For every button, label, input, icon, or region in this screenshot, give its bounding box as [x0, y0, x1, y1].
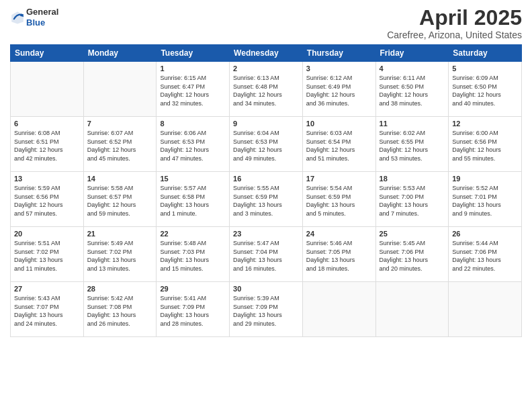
day-number: 2 [233, 64, 299, 73]
logo-text: General Blue [26, 7, 58, 28]
logo: General Blue [10, 7, 58, 28]
day-number: 14 [87, 175, 153, 183]
table-row: 1Sunrise: 6:15 AMSunset: 6:47 PMDaylight… [157, 62, 230, 117]
day-number: 7 [87, 120, 153, 128]
table-row: 22Sunrise: 5:48 AMSunset: 7:03 PMDayligh… [157, 227, 230, 282]
table-row: 12Sunrise: 6:00 AMSunset: 6:56 PMDayligh… [449, 117, 522, 172]
day-info: Sunrise: 6:07 AMSunset: 6:52 PMDaylight:… [87, 129, 153, 163]
table-row: 5Sunrise: 6:09 AMSunset: 6:50 PMDaylight… [449, 62, 522, 117]
day-info: Sunrise: 5:57 AMSunset: 6:58 PMDaylight:… [160, 184, 226, 218]
day-info: Sunrise: 5:43 AMSunset: 7:07 PMDaylight:… [14, 294, 80, 328]
day-number: 21 [87, 230, 153, 238]
day-number: 16 [233, 175, 299, 183]
calendar-page: General Blue April 2025 Carefree, Arizon… [0, 0, 532, 411]
day-info: Sunrise: 5:55 AMSunset: 6:59 PMDaylight:… [233, 184, 299, 218]
day-info: Sunrise: 5:48 AMSunset: 7:03 PMDaylight:… [160, 239, 226, 273]
day-number: 20 [14, 230, 80, 238]
calendar-week-row: 27Sunrise: 5:43 AMSunset: 7:07 PMDayligh… [11, 282, 522, 337]
calendar-subtitle: Carefree, Arizona, United States [387, 30, 522, 40]
table-row: 10Sunrise: 6:03 AMSunset: 6:54 PMDayligh… [302, 117, 375, 172]
day-info: Sunrise: 5:54 AMSunset: 6:59 PMDaylight:… [306, 184, 372, 218]
col-saturday: Saturday [449, 45, 522, 62]
table-row: 3Sunrise: 6:12 AMSunset: 6:49 PMDaylight… [302, 62, 375, 117]
day-info: Sunrise: 6:08 AMSunset: 6:51 PMDaylight:… [14, 129, 80, 163]
table-row [302, 282, 375, 337]
day-info: Sunrise: 6:06 AMSunset: 6:53 PMDaylight:… [160, 129, 226, 163]
day-number: 5 [452, 64, 518, 73]
day-info: Sunrise: 5:47 AMSunset: 7:04 PMDaylight:… [233, 239, 299, 273]
table-row: 24Sunrise: 5:46 AMSunset: 7:05 PMDayligh… [302, 227, 375, 282]
calendar-week-row: 6Sunrise: 6:08 AMSunset: 6:51 PMDaylight… [11, 117, 522, 172]
day-number: 22 [160, 230, 226, 238]
table-row: 7Sunrise: 6:07 AMSunset: 6:52 PMDaylight… [83, 117, 157, 172]
day-number: 6 [14, 120, 80, 128]
col-tuesday: Tuesday [157, 45, 230, 62]
day-info: Sunrise: 6:13 AMSunset: 6:48 PMDaylight:… [233, 74, 299, 107]
day-number: 12 [452, 120, 518, 128]
table-row: 8Sunrise: 6:06 AMSunset: 6:53 PMDaylight… [157, 117, 230, 172]
day-info: Sunrise: 6:00 AMSunset: 6:56 PMDaylight:… [452, 129, 518, 163]
table-row: 14Sunrise: 5:58 AMSunset: 6:57 PMDayligh… [83, 172, 157, 227]
col-thursday: Thursday [302, 45, 375, 62]
day-info: Sunrise: 5:44 AMSunset: 7:06 PMDaylight:… [452, 239, 518, 273]
day-number: 8 [160, 120, 226, 128]
table-row [11, 62, 84, 117]
table-row [449, 282, 522, 337]
day-number: 25 [380, 230, 445, 238]
day-number: 13 [14, 175, 80, 183]
day-info: Sunrise: 5:53 AMSunset: 7:00 PMDaylight:… [380, 184, 445, 218]
day-number: 4 [380, 64, 445, 73]
logo-icon [10, 10, 25, 25]
table-row: 21Sunrise: 5:49 AMSunset: 7:02 PMDayligh… [83, 227, 157, 282]
svg-marker-0 [11, 11, 24, 24]
day-number: 9 [233, 120, 299, 128]
day-info: Sunrise: 6:12 AMSunset: 6:49 PMDaylight:… [306, 74, 372, 107]
day-number: 17 [306, 175, 372, 183]
calendar-week-row: 20Sunrise: 5:51 AMSunset: 7:02 PMDayligh… [11, 227, 522, 282]
day-info: Sunrise: 5:59 AMSunset: 6:56 PMDaylight:… [14, 184, 80, 218]
table-row: 28Sunrise: 5:42 AMSunset: 7:08 PMDayligh… [83, 282, 157, 337]
calendar-week-row: 1Sunrise: 6:15 AMSunset: 6:47 PMDaylight… [11, 62, 522, 117]
col-wednesday: Wednesday [230, 45, 303, 62]
day-number: 26 [452, 230, 518, 238]
day-number: 19 [452, 175, 518, 183]
calendar-header-row: Sunday Monday Tuesday Wednesday Thursday… [11, 45, 522, 62]
table-row: 9Sunrise: 6:04 AMSunset: 6:53 PMDaylight… [230, 117, 303, 172]
day-number: 29 [160, 285, 226, 293]
day-number: 11 [380, 120, 445, 128]
table-row: 29Sunrise: 5:41 AMSunset: 7:09 PMDayligh… [157, 282, 230, 337]
col-sunday: Sunday [11, 45, 84, 62]
table-row: 13Sunrise: 5:59 AMSunset: 6:56 PMDayligh… [11, 172, 84, 227]
day-info: Sunrise: 5:42 AMSunset: 7:08 PMDaylight:… [87, 294, 153, 328]
table-row: 30Sunrise: 5:39 AMSunset: 7:09 PMDayligh… [230, 282, 303, 337]
title-block: April 2025 Carefree, Arizona, United Sta… [387, 7, 522, 40]
table-row: 17Sunrise: 5:54 AMSunset: 6:59 PMDayligh… [302, 172, 375, 227]
table-row: 15Sunrise: 5:57 AMSunset: 6:58 PMDayligh… [157, 172, 230, 227]
calendar-table: Sunday Monday Tuesday Wednesday Thursday… [10, 44, 522, 337]
day-info: Sunrise: 5:45 AMSunset: 7:06 PMDaylight:… [380, 239, 445, 273]
table-row: 26Sunrise: 5:44 AMSunset: 7:06 PMDayligh… [449, 227, 522, 282]
day-info: Sunrise: 5:41 AMSunset: 7:09 PMDaylight:… [160, 294, 226, 328]
day-info: Sunrise: 5:52 AMSunset: 7:01 PMDaylight:… [452, 184, 518, 218]
table-row: 6Sunrise: 6:08 AMSunset: 6:51 PMDaylight… [11, 117, 84, 172]
table-row: 2Sunrise: 6:13 AMSunset: 6:48 PMDaylight… [230, 62, 303, 117]
day-number: 28 [87, 285, 153, 293]
table-row: 27Sunrise: 5:43 AMSunset: 7:07 PMDayligh… [11, 282, 84, 337]
table-row: 4Sunrise: 6:11 AMSunset: 6:50 PMDaylight… [375, 62, 449, 117]
table-row: 16Sunrise: 5:55 AMSunset: 6:59 PMDayligh… [230, 172, 303, 227]
day-number: 10 [306, 120, 372, 128]
day-number: 18 [380, 175, 445, 183]
table-row [83, 62, 157, 117]
table-row [375, 282, 449, 337]
day-number: 27 [14, 285, 80, 293]
col-friday: Friday [375, 45, 449, 62]
day-info: Sunrise: 6:04 AMSunset: 6:53 PMDaylight:… [233, 129, 299, 163]
table-row: 25Sunrise: 5:45 AMSunset: 7:06 PMDayligh… [375, 227, 449, 282]
day-info: Sunrise: 6:11 AMSunset: 6:50 PMDaylight:… [380, 74, 445, 107]
table-row: 23Sunrise: 5:47 AMSunset: 7:04 PMDayligh… [230, 227, 303, 282]
day-info: Sunrise: 6:09 AMSunset: 6:50 PMDaylight:… [452, 74, 518, 107]
table-row: 18Sunrise: 5:53 AMSunset: 7:00 PMDayligh… [375, 172, 449, 227]
col-monday: Monday [83, 45, 157, 62]
day-info: Sunrise: 5:51 AMSunset: 7:02 PMDaylight:… [14, 239, 80, 273]
day-info: Sunrise: 6:02 AMSunset: 6:55 PMDaylight:… [380, 129, 445, 163]
